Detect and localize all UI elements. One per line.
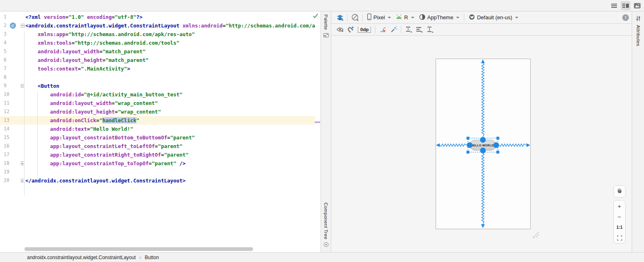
line-number: 4 [4, 39, 7, 47]
code-view-icon[interactable] [609, 1, 619, 10]
code-lines: 1<?xml version="1.0" encoding="utf-8"?>2… [0, 13, 321, 185]
theme-selector[interactable]: AppTheme [417, 13, 462, 23]
line-number: 20 [4, 176, 9, 185]
left-tool-strip: Palette Component Tree [321, 11, 331, 252]
hello-world-button[interactable]: HELLO WORLD! [470, 140, 496, 150]
gutter: 1 [0, 13, 25, 21]
code-line[interactable]: 16 app:layout_constraintLeft_toLeftOf="p… [0, 142, 315, 150]
code-text: android:layout_width="wrap_content" [25, 99, 158, 107]
layers-icon[interactable] [334, 13, 345, 23]
gutter: 19 [0, 168, 25, 176]
split-view-icon[interactable] [621, 1, 630, 10]
code-line[interactable]: 11 android:layout_width="wrap_content" [0, 99, 315, 107]
breadcrumb-constraintlayout[interactable]: androidx.constraintlayout.widget.Constra… [27, 255, 136, 260]
gutter: 7 [0, 64, 25, 73]
code-text: app:layout_constraintBottom_toBottomOf="… [25, 133, 195, 142]
code-text: app:layout_constraintTop_toTopOf="parent… [25, 159, 185, 168]
fold-marker-icon[interactable] [21, 24, 25, 27]
line-number: 12 [4, 107, 9, 116]
xml-code-editor[interactable]: 1<?xml version="1.0" encoding="utf-8"?>2… [0, 11, 321, 252]
code-line[interactable]: 4 xmlns:tools="http://schemas.android.co… [0, 39, 315, 47]
component-tree-tool-button[interactable]: Component Tree [323, 203, 329, 249]
guidelines-icon[interactable] [425, 25, 435, 34]
toolbar-separator [347, 14, 348, 21]
toolbar-separator [375, 26, 375, 33]
view-options-eye-icon[interactable] [334, 25, 345, 34]
device-selector[interactable]: Pixel [365, 13, 393, 23]
code-line[interactable]: 9 <Button [0, 82, 315, 90]
line-number: 8 [4, 73, 7, 82]
breadcrumb-button[interactable]: Button [145, 255, 159, 260]
phone-icon [367, 14, 371, 21]
attributes-label: Attributes [636, 25, 641, 46]
attributes-tool-button[interactable]: Attributes [635, 16, 641, 46]
canvas-resize-handle[interactable] [532, 230, 542, 239]
line-number: 17 [4, 150, 9, 159]
chevron-down-icon [411, 17, 414, 18]
design-view-icon[interactable] [632, 1, 642, 10]
class-gutter-icon[interactable]: C [10, 23, 16, 29]
code-line[interactable]: 18 app:layout_constraintTop_toTopOf="par… [0, 159, 315, 168]
right-tool-strip: Attributes [632, 11, 644, 252]
code-line[interactable]: 5 android:layout_width="match_parent" [0, 47, 315, 56]
infer-constraints-wand-icon[interactable] [388, 25, 399, 34]
code-line[interactable]: 14 android:text="Hello World!" [0, 125, 315, 133]
gutter: 5 [0, 47, 25, 56]
code-line[interactable]: 10 android:id="@+id/activity_main_button… [0, 90, 315, 99]
palette-tool-button[interactable]: Palette [323, 14, 329, 39]
code-text: xmlns:tools="http://schemas.android.com/… [25, 39, 179, 47]
code-line[interactable]: 1<?xml version="1.0" encoding="utf-8"?> [0, 13, 315, 21]
locale-selector[interactable]: Default (en-us) [466, 13, 521, 23]
default-margins-button[interactable]: 0dp [358, 27, 371, 33]
design-surface: Pixel R AppTheme Default (en-us) ! [331, 11, 632, 252]
orientation-icon[interactable] [350, 13, 360, 23]
code-line[interactable]: 15 app:layout_constraintBottom_toBottomO… [0, 133, 315, 142]
selection-stripe-mark[interactable] [315, 121, 320, 123]
api-selector[interactable]: R [393, 13, 416, 23]
code-line[interactable]: 3 xmlns:app="http://schemas.android.com/… [0, 30, 315, 39]
line-number: 2 [4, 21, 7, 30]
issue-badge[interactable]: ! [622, 14, 629, 21]
pack-icon[interactable] [403, 25, 414, 34]
code-text: android:id="@+id/activity_main_button_te… [25, 90, 183, 99]
line-number: 5 [4, 47, 7, 56]
code-text: android:layout_height="match_parent" [25, 56, 149, 64]
code-line[interactable]: 19 [0, 168, 315, 176]
palette-label: Palette [323, 14, 328, 30]
theme-label: AppTheme [427, 14, 454, 21]
gutter: 11 [0, 99, 25, 107]
gutter: 17 [0, 150, 25, 159]
horizontal-scrollbar[interactable] [25, 247, 253, 251]
chevron-down-icon [388, 17, 391, 18]
code-line[interactable]: 2C<androidx.constraintlayout.widget.Cons… [0, 21, 315, 30]
autoconnect-magnet-icon[interactable] [345, 25, 356, 34]
code-text: </androidx.constraintlayout.widget.Const… [25, 176, 185, 185]
code-line[interactable]: 6 android:layout_height="match_parent" [0, 56, 315, 64]
gutter: 8 [0, 73, 25, 82]
code-line[interactable]: 8 [0, 73, 315, 82]
code-line[interactable]: 12 android:layout_height="wrap_content" [0, 107, 315, 116]
code-line[interactable]: 7 tools:context=".MainActivity"> [0, 64, 315, 73]
inspection-ok-icon[interactable] [312, 13, 319, 20]
zoom-out-button[interactable]: − [613, 211, 626, 222]
code-line[interactable]: 17 app:layout_constraintRight_toRightOf=… [0, 150, 315, 159]
code-line[interactable]: 20</androidx.constraintlayout.widget.Con… [0, 176, 315, 185]
gutter: 13 [0, 116, 25, 125]
pan-button[interactable] [613, 185, 626, 198]
layout-canvas[interactable]: HELLO WORLD! [331, 36, 632, 252]
zoom-actual-button[interactable]: 1:1 [613, 222, 626, 232]
theme-contrast-icon [419, 14, 425, 21]
clear-constraints-icon[interactable] [377, 25, 388, 34]
code-text: <?xml version="1.0" encoding="utf-8"?> [25, 13, 142, 21]
gutter: 9 [0, 82, 25, 90]
align-icon[interactable] [414, 25, 425, 34]
zoom-fit-icon[interactable] [613, 232, 626, 243]
line-number: 14 [4, 125, 9, 133]
android-robot-icon [396, 14, 402, 21]
gutter: 6 [0, 56, 25, 64]
line-number: 6 [4, 56, 7, 64]
zoom-in-button[interactable]: + [613, 200, 626, 211]
gutter: 18 [0, 159, 25, 168]
code-text: app:layout_constraintRight_toRightOf="pa… [25, 150, 189, 159]
code-line[interactable]: 13 android:onClick="handleClick" [0, 116, 315, 125]
